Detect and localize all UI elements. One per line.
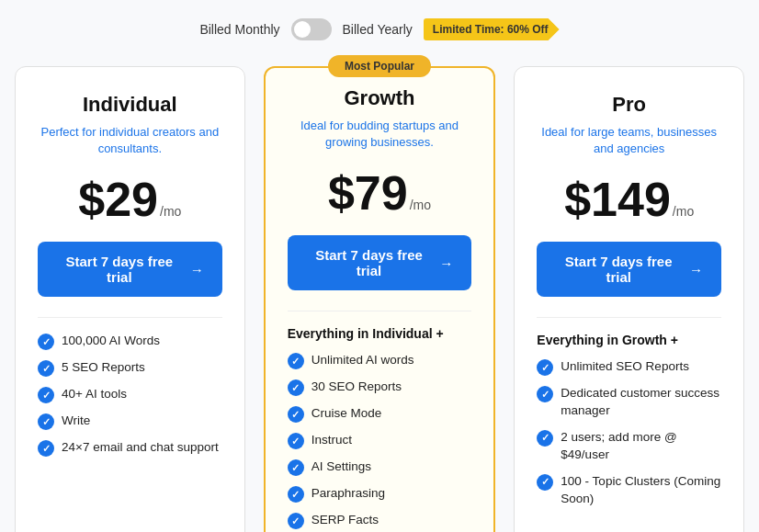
feature-text: 40+ AI tools xyxy=(62,386,127,403)
billing-toggle-section: Billed Monthly Billed Yearly Limited Tim… xyxy=(199,18,559,40)
check-icon xyxy=(38,334,54,350)
feature-item: 24×7 email and chat support xyxy=(38,439,222,457)
check-icon xyxy=(38,440,54,457)
features-header-pro: Everything in Growth + xyxy=(537,333,721,347)
feature-item: Instruct xyxy=(288,432,472,449)
limited-time-badge: Limited Time: 60% Off xyxy=(424,18,560,40)
feature-item: SERP Facts xyxy=(288,512,472,529)
feature-list-growth: Unlimited AI words 30 SEO Reports Cruise… xyxy=(288,352,472,532)
feature-item: Dedicated customer success manager xyxy=(537,385,721,420)
feature-text: 100,000 AI Words xyxy=(62,333,160,350)
most-popular-badge: Most Popular xyxy=(328,55,431,77)
feature-text: 24×7 email and chat support xyxy=(62,439,219,457)
check-icon xyxy=(537,359,553,376)
divider-growth xyxy=(288,311,472,311)
check-icon xyxy=(288,486,304,503)
arrow-icon: → xyxy=(689,262,703,277)
feature-item: 100,000 AI Words xyxy=(38,333,222,350)
check-icon xyxy=(537,430,553,447)
price-period-pro: /mo xyxy=(673,204,694,219)
feature-text: 100 - Topic Clusters (Coming Soon) xyxy=(561,473,721,508)
feature-text: 5 SEO Reports xyxy=(62,359,145,377)
plan-name-pro: Pro xyxy=(537,93,721,117)
check-icon xyxy=(38,413,54,430)
price-period-growth: /mo xyxy=(410,198,431,212)
billed-monthly-label: Billed Monthly xyxy=(199,22,279,37)
feature-item: Write xyxy=(38,413,222,430)
price-amount-pro: $149 xyxy=(564,175,671,223)
check-icon xyxy=(537,474,553,491)
divider-individual xyxy=(38,317,222,318)
feature-text: 30 SEO Reports xyxy=(312,379,402,396)
features-header-growth: Everything in Individual + xyxy=(288,326,472,341)
feature-list-pro: Unlimited SEO Reports Dedicated customer… xyxy=(537,358,721,507)
plan-name-growth: Growth xyxy=(288,86,472,110)
feature-item: Unlimited AI words xyxy=(288,352,472,369)
check-icon xyxy=(537,386,553,402)
feature-item: 30 SEO Reports xyxy=(288,379,472,396)
billed-yearly-label: Billed Yearly xyxy=(343,22,413,37)
check-icon xyxy=(288,406,304,423)
feature-item: Cruise Mode xyxy=(288,405,472,423)
feature-text: Unlimited AI words xyxy=(312,352,414,369)
feature-text: Cruise Mode xyxy=(312,405,382,423)
plan-price-pro: $149 /mo xyxy=(537,175,721,223)
feature-text: SERP Facts xyxy=(312,512,379,529)
feature-text: 2 users; add more @ $49/user xyxy=(561,429,721,464)
feature-item: 2 users; add more @ $49/user xyxy=(537,429,721,464)
feature-item: AI Settings xyxy=(288,458,472,476)
divider-pro xyxy=(537,317,721,318)
price-amount-growth: $79 xyxy=(328,169,408,217)
feature-text: Dedicated customer success manager xyxy=(561,385,721,420)
plan-card-pro: ProIdeal for large teams, businesses and… xyxy=(514,66,744,532)
feature-item: 5 SEO Reports xyxy=(38,359,222,377)
plan-card-growth: Most PopularGrowthIdeal for budding star… xyxy=(264,66,496,532)
plan-desc-individual: Perfect for individual creators and cons… xyxy=(38,124,222,157)
feature-text: Unlimited SEO Reports xyxy=(561,358,689,376)
feature-item: 100 - Topic Clusters (Coming Soon) xyxy=(537,473,721,508)
feature-text: Paraphrasing xyxy=(312,485,385,503)
trial-button-pro[interactable]: Start 7 days free trial → xyxy=(537,242,721,297)
arrow-icon: → xyxy=(439,255,453,271)
check-icon xyxy=(38,387,54,403)
price-period-individual: /mo xyxy=(160,204,181,219)
plan-price-growth: $79 /mo xyxy=(288,169,472,217)
feature-item: Unlimited SEO Reports xyxy=(537,358,721,376)
plans-container: IndividualPerfect for individual creator… xyxy=(15,66,744,532)
trial-button-individual[interactable]: Start 7 days free trial → xyxy=(38,242,222,297)
check-icon xyxy=(288,379,304,396)
check-icon xyxy=(288,459,304,476)
feature-text: AI Settings xyxy=(312,458,371,476)
check-icon xyxy=(288,433,304,449)
check-icon xyxy=(288,513,304,529)
plan-name-individual: Individual xyxy=(38,93,222,117)
plan-desc-growth: Ideal for budding startups and growing b… xyxy=(288,118,472,151)
plan-card-individual: IndividualPerfect for individual creator… xyxy=(15,66,245,532)
check-icon xyxy=(288,353,304,369)
plan-desc-pro: Ideal for large teams, businesses and ag… xyxy=(537,124,721,157)
feature-list-individual: 100,000 AI Words 5 SEO Reports 40+ AI to… xyxy=(38,333,222,457)
check-icon xyxy=(38,360,54,377)
price-amount-individual: $29 xyxy=(78,175,158,223)
billing-toggle-switch[interactable] xyxy=(291,18,332,40)
feature-text: Write xyxy=(62,413,90,430)
feature-item: 40+ AI tools xyxy=(38,386,222,403)
plan-price-individual: $29 /mo xyxy=(38,175,222,223)
feature-item: Paraphrasing xyxy=(288,485,472,503)
feature-text: Instruct xyxy=(312,432,352,449)
trial-button-growth[interactable]: Start 7 days free trial → xyxy=(288,235,472,290)
arrow-icon: → xyxy=(190,262,204,277)
